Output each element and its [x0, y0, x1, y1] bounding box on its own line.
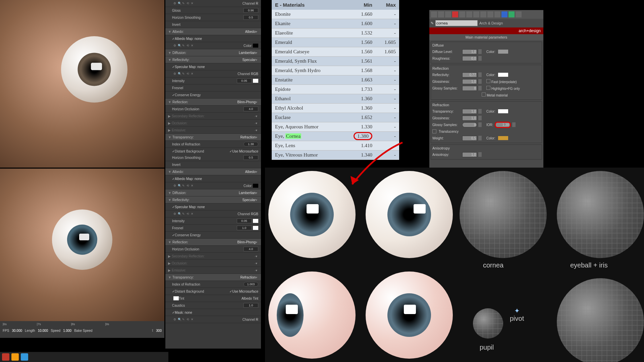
diffuse-level-input[interactable]: 1,0 — [462, 49, 477, 54]
row-mask-ch[interactable]: ⚙🔍✎⟲✕Channel R — [165, 316, 261, 323]
table-row: Eye, Aqueous Humor1.330- — [272, 122, 399, 132]
row-albedo-icons2[interactable]: ⚙🔍✎⟲✕Color — [165, 182, 261, 189]
deg-value[interactable]: 300 — [156, 329, 162, 333]
arch-toolbar[interactable] — [429, 10, 543, 19]
row-spec-icons2[interactable]: ⚙🔍✎⟲✕Channel RGB — [165, 210, 261, 218]
material-name-input[interactable] — [435, 20, 478, 26]
header-reflection2[interactable]: ▼Reflection:Blinn-Phong▾ — [165, 239, 261, 246]
tool-icon[interactable] — [480, 11, 486, 17]
header-reflectivity[interactable]: ▼Reflectivity:Specular▾ — [165, 56, 261, 63]
row-channel[interactable]: ⚙🔍✎⟲✕Channel R — [165, 0, 261, 7]
header-transparency[interactable]: ▼Transparency:Refraction▾ — [165, 134, 261, 141]
fps-value[interactable]: 30.000 — [12, 329, 22, 333]
eyeball-front-shaded — [268, 171, 356, 258]
reflection-section: Reflection Reflectivity:0,77Color: Gloss… — [431, 65, 542, 100]
material-panel-1: ⚙🔍✎⟲✕Channel R Gloss0.96 Horizon Smoothi… — [165, 0, 261, 154]
row-ior2[interactable]: Index of Refraction1.003 — [165, 281, 261, 288]
diffuse-section: Diffuse Diffuse Level:1,0Color: Roughnes… — [431, 42, 542, 63]
tool-icon[interactable] — [516, 11, 522, 17]
row-sec-refl2[interactable]: ▶Secondary Reflection:-▾ — [165, 253, 261, 260]
eyeball-side-wireframe — [557, 278, 644, 362]
ior-value-highlighted: 1.38 — [244, 142, 258, 146]
header-diffusion[interactable]: ▼Diffusion:Lambertian▾ — [165, 49, 261, 56]
glossiness-input[interactable]: 1,0 — [462, 79, 477, 84]
samples-input[interactable]: 8 — [462, 86, 477, 91]
brand-label: arch+design — [519, 28, 541, 33]
row-intensity2[interactable]: Intensity0.05 — [165, 218, 261, 225]
row-distant-bg2[interactable]: ✓Distant Background✓Use Microsurface — [165, 288, 261, 295]
row-intensity[interactable]: Intensity0.05 — [165, 77, 261, 84]
tool-icon[interactable] — [431, 11, 437, 17]
row-occlusion2[interactable]: ▶Occlusion:-▾ — [165, 260, 261, 267]
eyeball-side-shaded — [268, 272, 356, 359]
roughness-input[interactable]: 0,0 — [462, 56, 477, 61]
row-gloss[interactable]: Gloss0.96 — [165, 7, 261, 14]
row-tint[interactable]: TintAlbedo Tint — [165, 295, 261, 302]
tool-icon[interactable] — [487, 11, 493, 17]
header-albedo[interactable]: ▼Albedo:Albedo▾ — [165, 28, 261, 35]
row-albedo-map2[interactable]: ✓Albedo Map: none — [165, 175, 261, 182]
row-hor-occ[interactable]: Horizon Occlusion4.0 — [165, 106, 261, 113]
row-mask[interactable]: ✓Mask: none — [165, 309, 261, 316]
delete-icon[interactable] — [452, 11, 458, 17]
tool-icon[interactable] — [473, 11, 479, 17]
row-emissive2[interactable]: ▶Emissive:-▾ — [165, 267, 261, 274]
row-emissive[interactable]: ▶Emissive:-▾ — [165, 127, 261, 134]
row-hor-smooth[interactable]: Horizon Smoothing0.5 — [165, 14, 261, 21]
tool-icon[interactable] — [459, 11, 465, 17]
row-hor-smooth2[interactable]: Horizon Smoothing0.5 — [165, 154, 261, 161]
row-albedo-map[interactable]: ✓Albedo Map: none — [165, 35, 261, 42]
header-reflectivity2[interactable]: ▼Reflectivity:Specular▾ — [165, 196, 261, 203]
render-eye-top — [0, 0, 164, 168]
panel-title: Main material parameters — [429, 34, 543, 40]
header-transparency2[interactable]: ▼Transparency:Refraction▾ — [165, 274, 261, 281]
tick: |8s — [71, 322, 75, 326]
bake-speed-button[interactable]: Bake Speed — [74, 329, 93, 333]
row-conserve2[interactable]: ✓Conserve Energy — [165, 232, 261, 239]
eyeball-wireframe — [557, 171, 644, 258]
table-row: Eye, Cornea1.380- — [272, 132, 399, 141]
header-albedo2[interactable]: ▼Albedo:Albedo▾ — [165, 168, 261, 175]
header-diffusion2[interactable]: ▼Diffusion:Lambertian▾ — [165, 189, 261, 196]
length-value[interactable]: 10.000 — [38, 329, 48, 333]
app-icon[interactable] — [11, 353, 19, 361]
aniso-input[interactable]: 1,0 — [462, 152, 477, 157]
table-row: Euclase1.652- — [272, 113, 399, 122]
app-icon[interactable] — [2, 353, 9, 361]
tool-icon[interactable] — [466, 11, 472, 17]
row-specular-map[interactable]: ✓Specular Map: none — [165, 63, 261, 70]
row-ior[interactable]: Index of Refraction1.38 — [165, 141, 261, 148]
header-reflection[interactable]: ▼Reflection:Blinn-Phong▾ — [165, 99, 261, 106]
tool-icon[interactable] — [445, 11, 451, 17]
row-spec-icons[interactable]: ⚙🔍✎⟲✕Channel RGB — [165, 70, 261, 77]
transparency-input[interactable]: 1,0 — [462, 109, 477, 114]
pivot-label: ✦pivot — [510, 307, 524, 322]
row-distant-bg[interactable]: ✓Distant Background✓Use Microsurface — [165, 148, 261, 155]
skype-icon[interactable] — [21, 353, 28, 361]
reflectivity-input[interactable]: 0,77 — [462, 72, 477, 77]
tool-icon[interactable] — [501, 11, 507, 17]
row-occlusion[interactable]: ▶Occlusion:-▾ — [165, 120, 261, 127]
speed-value[interactable]: 1.000 — [63, 329, 71, 333]
row-fresnel[interactable]: Fresnel — [165, 84, 261, 92]
row-sec-refl[interactable]: ▶Secondary Reflection:-▾ — [165, 113, 261, 120]
tool-icon[interactable] — [438, 11, 444, 17]
row-invert[interactable]: Invert — [165, 21, 261, 28]
eyedropper-icon[interactable]: ✎ — [431, 21, 434, 25]
row-specular-map2[interactable]: ✓Specular Map: none — [165, 203, 261, 210]
tool-icon[interactable] — [494, 11, 500, 17]
row-conserve[interactable]: ✓Conserve Energy — [165, 92, 261, 99]
table-row: Ekanite1.600- — [272, 19, 399, 28]
refraction-section: Refraction Transparency:1,0Color: Glossi… — [431, 101, 542, 143]
refr-gloss-input[interactable]: 1,0 — [462, 116, 477, 121]
tool-icon[interactable] — [508, 11, 515, 17]
ior-input-highlighted[interactable]: 1,38 — [495, 122, 511, 128]
table-row: Elaeolite1.532- — [272, 28, 399, 38]
table-row: Ethanol1.360- — [272, 94, 399, 104]
row-hor-occ2[interactable]: Horizon Occlusion4.0 — [165, 246, 261, 253]
row-albedo-icons[interactable]: ⚙🔍✎⟲✕Color — [165, 42, 261, 49]
row-caustics[interactable]: Caustics1.0 — [165, 302, 261, 309]
row-invert2[interactable]: Invert — [165, 161, 261, 168]
tick: |7s — [37, 322, 41, 326]
row-fresnel2[interactable]: Fresnel1.0 — [165, 225, 261, 232]
